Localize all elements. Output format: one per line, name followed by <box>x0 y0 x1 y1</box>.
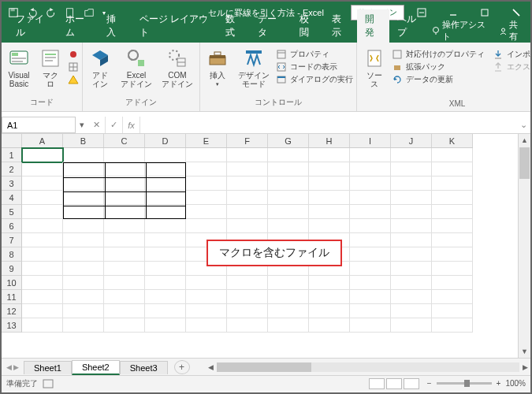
name-box-dropdown-icon[interactable]: ▾ <box>76 117 88 133</box>
scroll-right-icon[interactable]: ▶ <box>519 363 530 371</box>
sheet-tab-2[interactable]: Sheet2 <box>72 360 120 375</box>
column-header[interactable]: C <box>104 134 145 147</box>
cell[interactable] <box>350 162 391 177</box>
cell[interactable] <box>350 290 391 304</box>
cell[interactable] <box>432 247 473 262</box>
cell[interactable] <box>432 318 473 333</box>
cell[interactable] <box>350 276 391 290</box>
tell-me-button[interactable]: 操作アシスト <box>431 19 489 43</box>
cell[interactable] <box>104 219 145 233</box>
cell[interactable] <box>432 233 473 247</box>
import-button[interactable]: インポート <box>493 49 532 60</box>
cell[interactable] <box>63 191 104 205</box>
insert-function-button[interactable]: fx <box>123 117 140 133</box>
insert-control-button[interactable]: 挿入 ▾ <box>203 47 232 87</box>
cell[interactable] <box>63 276 104 290</box>
zoom-level[interactable]: 100% <box>505 379 526 388</box>
cell[interactable] <box>145 162 186 177</box>
cell[interactable] <box>104 233 145 247</box>
cell[interactable] <box>63 233 104 247</box>
cell[interactable] <box>309 191 350 205</box>
vertical-scrollbar[interactable]: ▲ ▼ <box>518 134 530 358</box>
cell[interactable] <box>145 148 186 162</box>
cell[interactable] <box>350 191 391 205</box>
cell[interactable] <box>391 162 432 177</box>
cell[interactable] <box>432 219 473 233</box>
relative-ref-button[interactable] <box>68 61 79 72</box>
cell[interactable] <box>186 290 227 304</box>
map-properties-button[interactable]: 対応付けのプロパティ <box>392 49 485 60</box>
cell[interactable] <box>391 290 432 304</box>
cell[interactable] <box>22 276 63 290</box>
normal-view-button[interactable] <box>369 378 385 389</box>
redo-icon[interactable] <box>46 7 57 18</box>
design-mode-button[interactable]: デザイン モード <box>235 47 273 88</box>
cell[interactable] <box>227 191 268 205</box>
cell[interactable] <box>268 148 309 162</box>
cell[interactable] <box>350 247 391 262</box>
cell[interactable] <box>22 219 63 233</box>
row-header[interactable]: 3 <box>2 177 22 191</box>
addins-button[interactable]: アド イン <box>86 47 114 88</box>
cell[interactable] <box>432 262 473 276</box>
cell[interactable] <box>391 262 432 276</box>
cell[interactable] <box>104 148 145 162</box>
properties-button[interactable]: プロパティ <box>276 49 353 60</box>
name-box[interactable]: A1 <box>2 117 76 133</box>
column-header[interactable]: D <box>145 134 186 147</box>
column-header[interactable]: I <box>350 134 391 147</box>
cell[interactable] <box>145 219 186 233</box>
cell[interactable] <box>63 247 104 262</box>
cell[interactable] <box>268 304 309 318</box>
excel-addins-button[interactable]: Excel アドイン <box>117 47 155 88</box>
cell[interactable] <box>309 205 350 219</box>
macros-button[interactable]: マクロ <box>36 47 65 88</box>
cell[interactable] <box>268 162 309 177</box>
page-break-view-button[interactable] <box>404 378 419 389</box>
zoom-out-button[interactable]: − <box>427 379 432 388</box>
column-header[interactable]: A <box>22 134 63 147</box>
row-header[interactable]: 9 <box>2 262 22 276</box>
scroll-thumb-horizontal[interactable] <box>217 362 311 372</box>
horizontal-scrollbar[interactable]: ◀ ▶ <box>206 362 530 372</box>
expansion-pack-button[interactable]: 拡張パック <box>392 61 485 72</box>
cell[interactable] <box>268 219 309 233</box>
cell[interactable] <box>350 233 391 247</box>
undo-icon[interactable] <box>27 7 38 18</box>
zoom-slider[interactable] <box>437 382 492 385</box>
run-dialog-button[interactable]: ダイアログの実行 <box>276 74 353 85</box>
page-layout-view-button[interactable] <box>386 378 402 389</box>
cell[interactable] <box>391 304 432 318</box>
com-addins-button[interactable]: COM アドイン <box>158 47 196 88</box>
cell[interactable] <box>104 162 145 177</box>
cell[interactable] <box>22 304 63 318</box>
row-header[interactable]: 10 <box>2 276 22 290</box>
cell[interactable] <box>63 205 104 219</box>
cell[interactable] <box>63 162 104 177</box>
cell[interactable] <box>227 219 268 233</box>
cell[interactable] <box>350 304 391 318</box>
cell[interactable] <box>391 148 432 162</box>
cell[interactable] <box>22 191 63 205</box>
cell[interactable] <box>432 162 473 177</box>
cell[interactable] <box>268 276 309 290</box>
cell[interactable] <box>350 177 391 191</box>
cell[interactable] <box>63 304 104 318</box>
cell[interactable] <box>22 262 63 276</box>
view-code-button[interactable]: コードの表示 <box>276 61 353 72</box>
cell[interactable] <box>22 148 63 162</box>
cell[interactable] <box>350 205 391 219</box>
cell[interactable] <box>432 148 473 162</box>
cell[interactable] <box>22 162 63 177</box>
sheet-tab-3[interactable]: Sheet3 <box>120 361 168 374</box>
cell[interactable] <box>63 148 104 162</box>
sheet-tab-1[interactable]: Sheet1 <box>24 361 72 374</box>
row-header[interactable]: 1 <box>2 148 22 162</box>
cell[interactable] <box>350 318 391 333</box>
cell[interactable] <box>22 290 63 304</box>
cell[interactable] <box>350 219 391 233</box>
cell[interactable] <box>309 177 350 191</box>
formula-bar[interactable] <box>140 117 516 133</box>
cell[interactable] <box>104 290 145 304</box>
cell[interactable] <box>391 205 432 219</box>
